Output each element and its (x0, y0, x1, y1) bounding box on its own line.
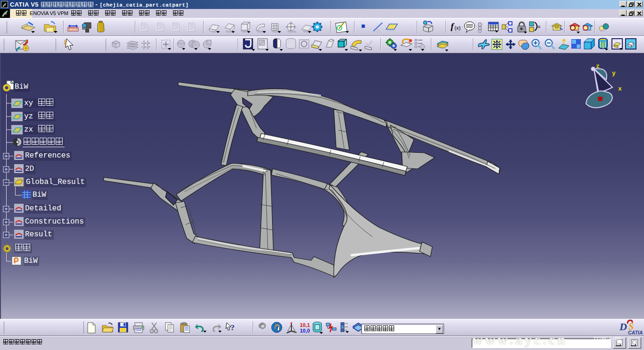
svg-text:z: z (596, 63, 600, 70)
svg-text:y: y (612, 70, 616, 77)
svg-text:x: x (618, 85, 622, 92)
